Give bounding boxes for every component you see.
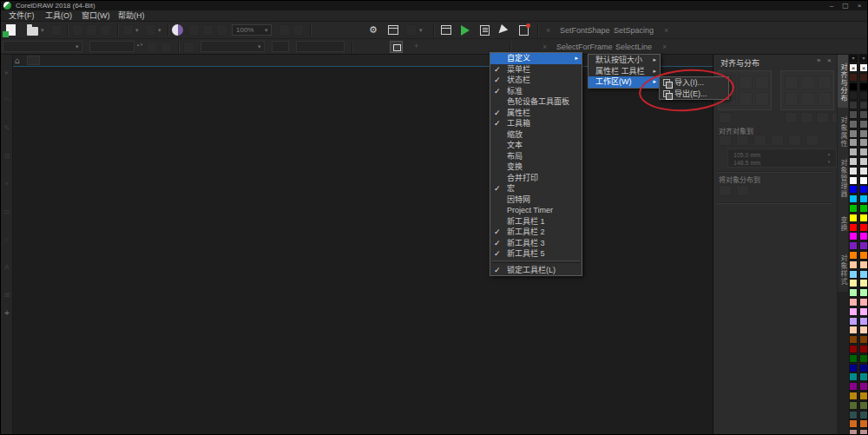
menu-item-0[interactable]: 默认按钮大小▸ [589,55,660,66]
spin-down-icon[interactable]: ▾ [825,160,832,163]
align-to-button-4[interactable] [788,135,801,146]
caret-down-icon[interactable]: ▾ [135,27,139,34]
color-swatch[interactable] [859,232,868,241]
color-swatch[interactable] [859,372,868,381]
spin-up-icon[interactable]: ▴ [825,152,832,155]
color-swatch[interactable] [859,223,868,232]
text-align-button-0[interactable] [719,112,732,123]
document-tab[interactable] [27,56,40,65]
color-swatch[interactable] [849,298,858,306]
color-swatch[interactable] [849,204,858,213]
color-swatch[interactable] [849,260,858,269]
color-swatch[interactable] [849,288,858,297]
color-swatch[interactable] [849,185,858,194]
text-align-button-3[interactable] [816,112,829,123]
caret-down-icon[interactable]: ▾ [76,43,79,50]
drawing-canvas[interactable] [13,67,713,435]
color-swatch[interactable] [859,317,868,326]
menu-item-1[interactable]: 属性栏 工具栏▸ [589,66,660,77]
color-swatch[interactable] [859,364,868,372]
color-swatch[interactable] [859,73,868,82]
color-swatch[interactable] [849,148,858,156]
color-swatch[interactable] [859,148,868,156]
color-swatch[interactable] [849,167,858,175]
toolbox-tool-5[interactable]: ▭ [1,208,13,215]
welcome-screen-icon[interactable] [388,25,398,35]
color-swatch[interactable] [849,317,858,326]
align-button[interactable] [755,92,769,106]
align-button[interactable] [801,92,815,106]
color-swatch[interactable] [849,120,858,129]
color-swatch[interactable] [859,298,868,306]
color-swatch[interactable] [859,185,868,194]
text-align-button-1[interactable] [785,112,798,123]
align-to-button-3[interactable] [771,135,784,146]
color-swatch[interactable] [849,251,858,260]
docker-tab-4[interactable]: 对象样式 [838,246,848,292]
menu-item-17[interactable]: ✓新工具栏 3 [490,238,582,249]
color-swatch[interactable] [859,419,868,428]
color-swatch[interactable] [849,401,858,410]
color-swatch[interactable] [859,354,868,363]
menubar-item-1[interactable]: 工具(O) [39,10,78,22]
color-swatch[interactable]: × [859,63,868,72]
caret-down-icon[interactable]: ▾ [158,27,161,34]
palette-flyout-icon[interactable]: ▾ [849,55,858,63]
color-swatch[interactable] [859,411,868,419]
palette-flyout-icon[interactable]: ▾ [859,55,868,63]
color-swatch[interactable] [859,129,868,138]
menu-item-10[interactable]: 变换 [490,161,582,173]
open-folder-icon[interactable] [27,27,38,36]
menu-item-20[interactable]: ✓锁定工具栏(L) [490,265,582,276]
color-swatch[interactable] [859,251,868,260]
color-swatch[interactable] [859,214,868,222]
macro-button-selectline[interactable]: SelectLine [615,38,652,56]
align-button[interactable] [785,76,799,89]
color-swatch[interactable] [859,335,868,344]
record-macro-pointer-icon[interactable] [499,24,510,36]
toolbox-tool-6[interactable]: ○ [1,235,13,243]
align-button[interactable] [801,76,815,89]
maximize-button[interactable]: ▢ [839,2,852,10]
new-macro-icon[interactable] [519,25,529,36]
color-swatch[interactable] [849,223,858,232]
page-border-toggle[interactable] [390,41,403,53]
close-button[interactable]: × [853,2,865,10]
color-swatch[interactable] [859,110,868,119]
color-swatch[interactable] [849,392,858,400]
docker-close-icon[interactable]: × [827,56,832,64]
color-swatch[interactable] [849,364,858,372]
color-swatch[interactable] [859,157,868,166]
home-icon[interactable]: ⌂ [15,56,20,65]
toolbox-tool-3[interactable]: ⊡ [1,152,13,160]
docker-tab-0[interactable]: 对齐与分布 [838,55,848,108]
color-swatch[interactable] [859,288,868,297]
color-swatch[interactable] [859,270,868,279]
color-swatch[interactable] [859,326,868,334]
color-swatch[interactable] [849,326,858,334]
new-document-icon[interactable] [6,24,16,36]
menu-item-6[interactable]: ✓工具箱 [490,118,582,129]
docker-tab-3[interactable]: 变换 [838,200,848,246]
menu-item-11[interactable]: 合并打印 [490,173,582,184]
color-swatch[interactable] [849,138,858,147]
menu-item-15[interactable]: 新工具栏 1 [490,216,582,227]
color-swatch[interactable] [859,401,868,410]
macro-button-setspacing[interactable]: SetSpacing [614,22,654,39]
align-to-button-5[interactable] [806,135,819,146]
color-swatch[interactable] [849,241,858,250]
color-swatch[interactable] [859,82,868,91]
color-swatch[interactable] [849,429,858,435]
align-button[interactable] [739,76,753,89]
color-swatch[interactable] [859,167,868,175]
specify-point-field[interactable]: 105.0 mm 148.5 mm ▴ ▾ [727,148,837,168]
color-swatch[interactable] [859,91,868,100]
color-swatch[interactable] [849,419,858,428]
color-swatch[interactable] [849,194,858,203]
menu-item-5[interactable]: ✓属性栏 [490,108,582,119]
color-swatch[interactable] [859,101,868,109]
color-swatch[interactable] [849,354,858,363]
caret-down-icon[interactable]: ▾ [265,27,268,34]
menu-item-16[interactable]: ✓新工具栏 2 [490,227,582,238]
color-swatch[interactable] [849,345,858,353]
